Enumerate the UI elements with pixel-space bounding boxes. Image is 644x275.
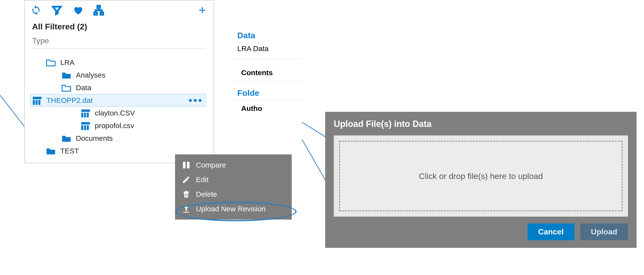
details-panel: Data LRA Data Contents Folde Autho <box>232 25 302 151</box>
context-compare[interactable]: Compare <box>175 158 292 172</box>
cancel-button[interactable]: Cancel <box>528 224 574 240</box>
folder-icon <box>61 134 72 143</box>
svg-rect-4 <box>33 100 35 105</box>
svg-rect-6 <box>38 100 40 105</box>
filter-title: All Filtered (2) <box>32 22 206 31</box>
dialog-title: Upload File(s) into Data <box>334 119 628 129</box>
svg-rect-5 <box>36 100 38 105</box>
file-dropzone[interactable]: Click or drop file(s) here to upload <box>339 141 622 211</box>
tree-folder-documents[interactable]: Documents <box>32 132 206 145</box>
context-menu: Compare Edit Delete Upload New Revision <box>175 154 292 220</box>
refresh-icon[interactable] <box>31 5 41 16</box>
tree-label: LRA <box>60 58 74 66</box>
data-file-icon <box>32 96 42 105</box>
tree-label: propofol.csv <box>95 122 134 130</box>
tree-file-theopp2[interactable]: THEOPP2.dat <box>30 94 206 107</box>
folder-icon <box>46 146 56 155</box>
context-label: Edit <box>196 176 208 184</box>
file-tree: LRA Analyses Data THEOPP2.dat <box>32 56 206 157</box>
tree-label: Analyses <box>76 71 106 79</box>
tree-label: clayton.CSV <box>95 109 135 117</box>
svg-rect-12 <box>81 125 83 130</box>
tree-label: Data <box>76 84 91 92</box>
details-author-header: Autho <box>232 100 302 114</box>
toolbar <box>25 0 214 19</box>
svg-rect-7 <box>81 110 90 112</box>
tree-label: Documents <box>76 134 113 142</box>
folder-icon <box>61 71 72 80</box>
upload-dialog: Upload File(s) into Data Click or drop f… <box>325 112 636 248</box>
context-upload-revision[interactable]: Upload New Revision <box>175 202 292 216</box>
hierarchy-icon[interactable] <box>93 5 104 16</box>
context-delete[interactable]: Delete <box>175 187 292 202</box>
svg-rect-1 <box>94 12 97 14</box>
svg-rect-3 <box>33 97 42 99</box>
details-folder-header: Folde <box>232 82 302 100</box>
more-actions-icon[interactable] <box>189 99 202 102</box>
context-label: Delete <box>196 190 217 198</box>
context-label: Compare <box>196 161 226 169</box>
svg-rect-11 <box>81 122 90 124</box>
svg-rect-9 <box>84 112 86 118</box>
tree-label: THEOPP2.dat <box>46 96 93 104</box>
context-edit[interactable]: Edit <box>175 172 292 187</box>
folder-outline-icon <box>46 58 56 67</box>
folder-outline-icon <box>61 84 72 92</box>
tree-folder-analyses[interactable]: Analyses <box>32 69 206 82</box>
svg-rect-13 <box>84 125 86 130</box>
svg-rect-2 <box>100 12 103 14</box>
filter-icon[interactable] <box>52 5 62 16</box>
context-label: Upload New Revision <box>196 205 266 213</box>
dropzone-text: Click or drop file(s) here to upload <box>419 172 543 181</box>
add-plus-icon[interactable] <box>197 5 208 16</box>
details-contents-header: Contents <box>232 59 302 82</box>
heart-icon[interactable] <box>72 5 83 16</box>
tree-label: TEST <box>60 147 79 155</box>
details-data-header: Data <box>232 25 302 42</box>
svg-rect-10 <box>87 112 89 118</box>
tree-folder-data[interactable]: Data <box>32 82 206 94</box>
svg-rect-14 <box>87 125 89 130</box>
type-filter-input[interactable] <box>32 35 206 49</box>
dropzone-container: Click or drop file(s) here to upload <box>334 136 628 217</box>
data-file-icon <box>81 121 90 130</box>
tree-folder-lra[interactable]: LRA <box>32 56 206 69</box>
svg-rect-0 <box>98 6 100 8</box>
tree-file-propofol[interactable]: propofol.csv <box>32 120 206 132</box>
tree-file-clayton[interactable]: clayton.CSV <box>32 107 206 120</box>
upload-button[interactable]: Upload <box>580 224 628 240</box>
svg-rect-8 <box>81 112 83 118</box>
details-data-sub: LRA Data <box>232 42 302 59</box>
file-tree-panel: All Filtered (2) LRA Analyses Data <box>24 0 214 163</box>
data-file-icon <box>81 109 90 118</box>
dialog-buttons: Cancel Upload <box>334 224 628 240</box>
